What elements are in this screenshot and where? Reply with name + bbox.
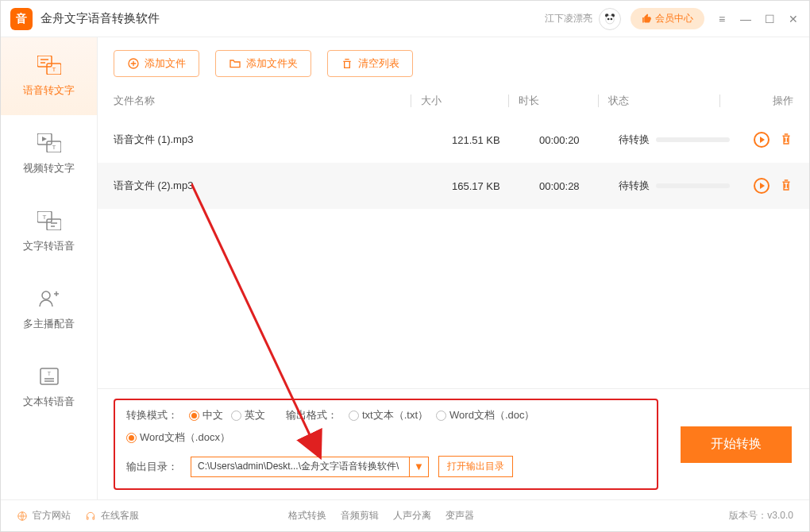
- minimize-icon[interactable]: —: [739, 13, 752, 25]
- progress-bar: [656, 137, 730, 142]
- start-convert-button[interactable]: 开始转换: [681, 426, 792, 463]
- status-links: 格式转换 音频剪辑 人声分离 变声器: [288, 509, 474, 522]
- sidebar-item-label: 文字转语音: [23, 239, 75, 253]
- options-box: 转换模式： 中文 英文 输出格式： txt文本（.txt） Word文档（.do…: [114, 399, 658, 490]
- sidebar-item-label: 多主播配音: [23, 317, 75, 331]
- radio-mode-cn[interactable]: 中文: [189, 408, 223, 422]
- cell-name: 语音文件 (1).mp3: [114, 133, 452, 147]
- svg-rect-13: [47, 219, 61, 230]
- text-to-audio-icon: T: [37, 210, 62, 231]
- globe-icon: [17, 511, 28, 522]
- svg-point-2: [606, 15, 615, 24]
- toolbar: 添加文件 添加文件夹 清空列表: [98, 37, 809, 85]
- progress-bar: [656, 183, 730, 188]
- vip-center-button[interactable]: 会员中心: [631, 8, 704, 29]
- table-row[interactable]: 语音文件 (1).mp3 121.51 KB 00:00:20 待转换: [98, 117, 809, 163]
- cell-status: 待转换: [619, 133, 730, 147]
- output-dir-input[interactable]: C:\Users\admin\Deskt...\金舟文字语音转换软件\ ▼: [191, 457, 429, 477]
- output-dir-text: C:\Users\admin\Deskt...\金舟文字语音转换软件\: [191, 460, 409, 473]
- sidebar-item-video-to-text[interactable]: T 视频转文字: [1, 115, 97, 193]
- svg-text:T: T: [52, 66, 56, 73]
- titlebar: 音 金舟文字语音转换软件 江下凌漂亮 会员中心 ≡ — ☐ ✕: [1, 1, 809, 37]
- col-header-duration: 时长: [519, 94, 598, 108]
- close-icon[interactable]: ✕: [787, 13, 800, 25]
- cell-duration: 00:00:28: [539, 180, 619, 192]
- sidebar-item-audio-to-text[interactable]: T 语音转文字: [1, 37, 97, 115]
- clear-icon: [341, 57, 353, 70]
- link-vocal-separate[interactable]: 人声分离: [393, 509, 431, 522]
- table-header: 文件名称 大小 时长 状态 操作: [98, 85, 809, 117]
- app-title: 金舟文字语音转换软件: [40, 11, 545, 26]
- svg-text:T: T: [47, 371, 51, 376]
- version-label: 版本号：v3.0.0: [729, 509, 793, 522]
- cell-size: 121.51 KB: [452, 134, 539, 146]
- main-panel: 添加文件 添加文件夹 清空列表 文件名称 大小 时长 状态 操作: [98, 37, 809, 499]
- multi-voice-icon: [37, 288, 62, 309]
- format-label: 输出格式：: [286, 408, 338, 422]
- table-row[interactable]: 语音文件 (2).mp3 165.17 KB 00:00:28 待转换: [98, 163, 809, 209]
- user-name: 江下凌漂亮: [545, 12, 592, 25]
- online-support-link[interactable]: 在线客服: [85, 509, 139, 522]
- mode-label: 转换模式：: [126, 408, 178, 422]
- video-to-text-icon: T: [37, 133, 62, 153]
- link-audio-trim[interactable]: 音频剪辑: [341, 509, 379, 522]
- bottom-panel: 转换模式： 中文 英文 输出格式： txt文本（.txt） Word文档（.do…: [98, 388, 809, 499]
- avatar[interactable]: [599, 8, 621, 30]
- svg-text:T: T: [52, 144, 56, 151]
- headset-icon: [85, 511, 96, 522]
- delete-icon[interactable]: [779, 132, 793, 146]
- svg-point-4: [611, 17, 613, 20]
- folder-icon: [229, 57, 241, 70]
- sidebar-item-textdoc-to-audio[interactable]: T 文本转语音: [1, 349, 97, 426]
- link-format-convert[interactable]: 格式转换: [288, 509, 326, 522]
- col-header-name: 文件名称: [114, 94, 411, 108]
- cell-status: 待转换: [619, 179, 730, 193]
- window-controls: ≡ — ☐ ✕: [716, 13, 800, 25]
- sidebar-item-label: 视频转文字: [23, 161, 75, 175]
- svg-point-3: [608, 17, 610, 20]
- col-header-size: 大小: [421, 94, 508, 108]
- audio-to-text-icon: T: [37, 55, 62, 75]
- sidebar-item-label: 文本转语音: [23, 395, 75, 409]
- sidebar-item-text-to-audio[interactable]: T 文字转语音: [1, 193, 97, 271]
- sidebar-item-label: 语音转文字: [23, 83, 75, 98]
- play-icon[interactable]: [754, 178, 770, 194]
- svg-point-14: [42, 291, 50, 299]
- radio-fmt-doc[interactable]: Word文档（.doc）: [436, 408, 534, 422]
- col-header-status: 状态: [608, 94, 719, 108]
- radio-fmt-docx[interactable]: Word文档（.docx）: [126, 430, 230, 445]
- add-file-button[interactable]: 添加文件: [114, 50, 199, 77]
- cell-duration: 00:00:20: [539, 134, 619, 146]
- menu-icon[interactable]: ≡: [716, 13, 728, 25]
- delete-icon[interactable]: [779, 178, 793, 192]
- cell-name: 语音文件 (2).mp3: [114, 179, 452, 193]
- doc-audio-icon: T: [37, 366, 62, 387]
- app-logo: 音: [10, 8, 33, 30]
- panda-icon: [603, 12, 617, 26]
- svg-rect-5: [37, 56, 52, 67]
- cell-size: 165.17 KB: [452, 180, 539, 192]
- play-icon[interactable]: [754, 132, 770, 148]
- plus-circle-icon: [127, 57, 140, 70]
- official-website-link[interactable]: 官方网站: [17, 509, 71, 522]
- link-voice-changer[interactable]: 变声器: [446, 509, 474, 522]
- radio-mode-en[interactable]: 英文: [231, 408, 265, 422]
- open-output-dir-button[interactable]: 打开输出目录: [438, 456, 513, 477]
- sidebar: T 语音转文字 T 视频转文字 T 文字转语音 多主播配音 T 文本转语音: [1, 37, 98, 499]
- outdir-label: 输出目录：: [126, 460, 178, 474]
- table-body: 语音文件 (1).mp3 121.51 KB 00:00:20 待转换 语音文件…: [98, 117, 809, 388]
- chevron-down-icon[interactable]: ▼: [409, 457, 428, 476]
- sidebar-item-multi-voice[interactable]: 多主播配音: [1, 271, 97, 349]
- radio-fmt-txt[interactable]: txt文本（.txt）: [349, 408, 428, 422]
- svg-text:T: T: [42, 214, 46, 221]
- clear-list-button[interactable]: 清空列表: [327, 50, 413, 77]
- add-folder-button[interactable]: 添加文件夹: [215, 50, 311, 77]
- statusbar: 官方网站 在线客服 格式转换 音频剪辑 人声分离 变声器 版本号：v3.0.0: [1, 499, 809, 531]
- maximize-icon[interactable]: ☐: [763, 13, 776, 25]
- thumbs-up-icon: [642, 13, 652, 24]
- col-header-ops: 操作: [730, 94, 793, 108]
